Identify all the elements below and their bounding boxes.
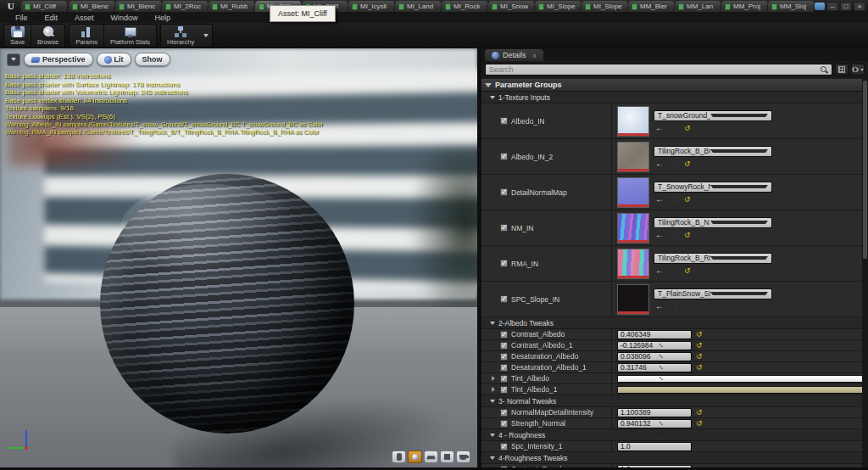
texture-asset-dropdown[interactable]: T_snowGround_BC	[654, 110, 772, 121]
details-scrollbar[interactable]	[862, 79, 868, 470]
editor-tab[interactable]: MI_Blenc	[68, 1, 114, 12]
reset-to-default-icon[interactable]: ↺	[684, 267, 691, 274]
maximize-button[interactable]: □	[840, 2, 852, 11]
texture-asset-dropdown[interactable]: TilingRock_B_N	[654, 217, 772, 228]
minimize-button[interactable]: –	[826, 2, 838, 11]
menu-asset[interactable]: Asset	[66, 14, 103, 22]
texture-thumbnail[interactable]	[617, 106, 649, 137]
menu-file[interactable]: File	[7, 14, 36, 22]
section-albedo-tweaks[interactable]: 2-Albedo Tweaks	[481, 317, 862, 329]
parameter-checkbox[interactable]	[500, 420, 508, 428]
texture-thumbnail[interactable]	[617, 213, 649, 243]
viewport-options-dropdown[interactable]	[7, 53, 20, 66]
parameter-checkbox[interactable]	[500, 295, 508, 303]
hierarchy-button[interactable]: Hierarchy	[161, 25, 200, 47]
browse-button[interactable]: Browse	[31, 25, 64, 47]
perspective-button[interactable]: Perspective	[24, 53, 93, 66]
editor-tab[interactable]: MI_Rock	[441, 1, 487, 12]
texture-thumbnail[interactable]	[617, 142, 649, 172]
reset-to-default-icon[interactable]: ↺	[696, 409, 703, 416]
use-selected-asset-icon[interactable]: ←	[655, 232, 664, 238]
params-button[interactable]: Params	[70, 25, 103, 47]
details-tab-close-icon[interactable]: x	[533, 52, 537, 59]
editor-tab[interactable]: MI_Icysli	[348, 1, 394, 12]
parameter-checkbox[interactable]	[500, 353, 508, 361]
reset-to-default-icon[interactable]: ↺	[684, 232, 691, 238]
lit-mode-button[interactable]: Lit	[97, 53, 131, 66]
shape-teapot-button[interactable]	[456, 450, 470, 463]
section-texture-inputs[interactable]: 1-Texture Inputs	[481, 92, 862, 104]
parameter-checkbox[interactable]	[500, 375, 508, 383]
texture-thumbnail[interactable]	[617, 249, 649, 279]
reset-to-default-icon[interactable]: ↺	[696, 420, 703, 427]
value-input[interactable]: 0.940132↕	[617, 419, 692, 428]
find-in-browser-icon[interactable]	[670, 159, 678, 168]
close-button[interactable]: ×	[854, 2, 865, 11]
shape-cylinder-button[interactable]	[392, 450, 406, 463]
reset-to-default-icon[interactable]: ↺	[696, 364, 703, 371]
search-box[interactable]	[485, 64, 832, 76]
texture-asset-dropdown[interactable]: TilingRock_B_RHA	[654, 253, 772, 264]
texture-thumbnail[interactable]	[617, 177, 649, 208]
parameter-checkbox[interactable]	[500, 260, 508, 267]
parameter-checkbox[interactable]	[500, 117, 508, 125]
color-swatch[interactable]	[617, 386, 862, 394]
editor-tab[interactable]: MM_Lan	[674, 1, 721, 12]
use-selected-asset-icon[interactable]: ←	[655, 125, 664, 131]
search-input[interactable]	[489, 65, 820, 74]
editor-tab[interactable]: MM_Bler	[627, 1, 674, 12]
material-preview-viewport[interactable]: Perspective Lit Show Base pass shader: 1…	[0, 48, 477, 467]
reset-to-default-icon[interactable]: ↺	[696, 331, 703, 338]
find-in-browser-icon[interactable]	[670, 266, 678, 275]
scrollbar-thumb[interactable]	[863, 81, 867, 259]
editor-tab[interactable]: MI_2Roc	[161, 1, 208, 12]
shape-sphere-button[interactable]	[408, 450, 422, 463]
details-tab[interactable]: Details x	[485, 49, 543, 61]
layout-icon[interactable]	[815, 3, 825, 10]
menu-edit[interactable]: Edit	[36, 14, 67, 22]
section-normal-tweaks[interactable]: 3- Normal Tweaks	[481, 395, 862, 407]
save-button[interactable]: Save	[4, 25, 31, 47]
reset-to-default-icon[interactable]: ↺	[684, 160, 691, 167]
expand-arrow-icon[interactable]	[492, 387, 495, 392]
reset-to-default-icon[interactable]: ↺	[696, 342, 703, 349]
section-roughness-tweaks[interactable]: 4-Roughness Tweaks	[481, 452, 862, 464]
shape-plane-button[interactable]	[424, 450, 438, 463]
texture-thumbnail[interactable]	[617, 284, 649, 315]
editor-tab[interactable]: MI_Slope	[581, 1, 627, 12]
editor-tab[interactable]: MI_Cliff	[21, 1, 68, 12]
show-button[interactable]: Show	[135, 53, 170, 66]
menu-window[interactable]: Window	[103, 14, 147, 22]
reset-to-default-icon[interactable]: ↺	[684, 125, 691, 131]
parameter-checkbox[interactable]	[500, 342, 508, 350]
section-roughness[interactable]: 4 - Roughness	[481, 429, 862, 441]
shape-cube-button[interactable]	[440, 450, 454, 463]
parameter-checkbox[interactable]	[500, 224, 508, 232]
value-input[interactable]: 0.31746↕	[617, 363, 692, 372]
texture-asset-dropdown[interactable]: TilingRock_B_BC	[654, 146, 772, 157]
parameter-checkbox[interactable]	[500, 188, 508, 196]
use-selected-asset-icon[interactable]: ←	[655, 267, 664, 274]
value-input[interactable]: 1.0↕	[617, 442, 692, 451]
editor-tab[interactable]: MI_Land	[394, 1, 441, 12]
find-in-browser-icon[interactable]	[670, 231, 678, 239]
editor-tab[interactable]: MI_Slope	[534, 1, 581, 12]
parameter-checkbox[interactable]	[500, 331, 508, 339]
find-in-browser-icon[interactable]	[670, 302, 678, 311]
parameter-checkbox[interactable]	[500, 443, 508, 450]
editor-tab[interactable]: MI_Blenc	[114, 1, 161, 12]
editor-tab[interactable]: MI_Rubb	[208, 1, 254, 12]
editor-tab[interactable]: MI_Snow	[487, 1, 534, 12]
parameter-checkbox[interactable]	[500, 386, 508, 394]
expand-arrow-icon[interactable]	[492, 376, 495, 381]
editor-tab[interactable]: MM_Proj	[721, 1, 767, 12]
use-selected-asset-icon[interactable]: ←	[655, 160, 664, 167]
parameter-checkbox[interactable]	[500, 364, 508, 372]
platform-stats-button[interactable]: Platform Stats	[103, 25, 156, 47]
parameter-checkbox[interactable]	[500, 409, 508, 417]
view-options-button[interactable]	[851, 64, 865, 76]
display-filter-button[interactable]	[835, 64, 849, 76]
find-in-browser-icon[interactable]	[670, 195, 678, 204]
texture-asset-dropdown[interactable]: T_SnowyRock_N	[654, 182, 772, 193]
find-in-browser-icon[interactable]	[670, 124, 678, 132]
